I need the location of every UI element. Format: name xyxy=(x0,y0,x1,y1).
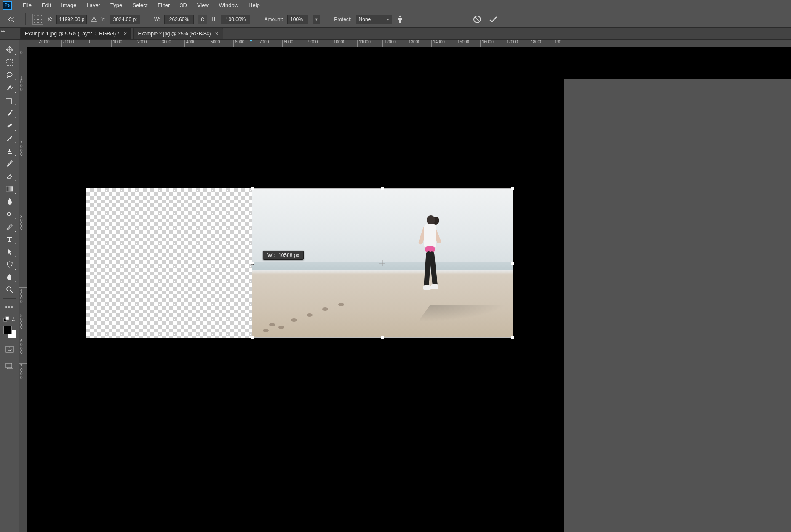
zoom-tool[interactable] xyxy=(2,284,17,296)
svg-point-6 xyxy=(11,88,12,89)
ruler-tick: 11000 xyxy=(357,40,371,47)
menu-select[interactable]: Select xyxy=(127,0,152,10)
amount-dropdown-icon[interactable]: ▼ xyxy=(313,15,320,24)
separator xyxy=(147,13,147,25)
stamp-tool[interactable] xyxy=(2,145,17,157)
h-input[interactable] xyxy=(221,15,250,24)
ruler-tick: 7000 xyxy=(19,363,27,380)
separator xyxy=(257,13,257,25)
protect-skin-icon[interactable] xyxy=(396,15,404,24)
app-logo: Ps xyxy=(3,1,12,10)
svg-point-9 xyxy=(7,212,11,216)
dimension-label: W : xyxy=(267,252,275,258)
active-tool-icon[interactable] xyxy=(6,14,19,25)
healing-tool[interactable] xyxy=(2,120,17,131)
separator xyxy=(25,13,26,25)
document-tab-label: Example 1.jpg @ 5.5% (Layer 0, RGB/8) * xyxy=(25,31,119,37)
expand-panels-icon[interactable]: ▸▸ xyxy=(1,29,5,33)
quick-mask-toggle[interactable] xyxy=(2,343,17,355)
ruler-tick: 5000 xyxy=(209,40,220,47)
y-input[interactable] xyxy=(110,15,140,24)
ruler-position-marker xyxy=(249,40,253,42)
history-brush-tool[interactable] xyxy=(2,158,17,169)
svg-point-4 xyxy=(11,86,12,86)
ruler-tick: 2000 xyxy=(19,140,27,156)
close-tab-icon[interactable]: × xyxy=(123,31,127,37)
dodge-tool[interactable] xyxy=(2,208,17,220)
pen-tool[interactable] xyxy=(2,221,17,233)
ruler-tick: 5000 xyxy=(19,313,27,329)
menu-window[interactable]: Window xyxy=(214,0,243,10)
move-tool[interactable] xyxy=(2,44,17,56)
resize-cursor-icon: ↔ xyxy=(249,261,255,267)
toolbox-divider xyxy=(3,298,16,299)
w-input[interactable] xyxy=(164,15,194,24)
close-tab-icon[interactable]: × xyxy=(215,31,218,37)
menu-layer[interactable]: Layer xyxy=(82,0,106,10)
edit-toolbar-button[interactable]: ••• xyxy=(2,301,17,313)
menu-type[interactable]: Type xyxy=(105,0,127,10)
svg-rect-14 xyxy=(6,317,9,320)
default-colors-icon[interactable] xyxy=(3,316,9,322)
path-select-tool[interactable] xyxy=(2,246,17,258)
ruler-tick: 16000 xyxy=(480,40,494,47)
swap-xy-icon[interactable] xyxy=(91,16,97,22)
ruler-tick: 14000 xyxy=(431,40,445,47)
shape-tool[interactable] xyxy=(2,259,17,270)
document-canvas[interactable]: W : 10588 px ↔ xyxy=(86,188,513,338)
crop-tool[interactable] xyxy=(2,94,17,106)
w-label: W: xyxy=(154,16,160,22)
reference-point-selector[interactable] xyxy=(32,14,43,25)
protect-select[interactable]: None ▾ xyxy=(356,15,392,24)
hand-tool[interactable] xyxy=(2,271,17,283)
document-tab[interactable]: Example 2.jpg @ 25% (RGB/8#) × xyxy=(133,27,223,39)
menu-bar: Ps File Edit Image Layer Type Select Fil… xyxy=(0,0,791,11)
menu-image[interactable]: Image xyxy=(56,0,81,10)
horizontal-ruler[interactable]: -2000 -1000 0 1000 2000 3000 4000 5000 6… xyxy=(27,40,791,47)
ruler-tick: 2000 xyxy=(136,40,147,47)
brush-tool[interactable] xyxy=(2,132,17,144)
ruler-tick: 9000 xyxy=(307,40,318,47)
amount-value: 100% xyxy=(290,16,303,22)
marquee-tool[interactable] xyxy=(2,56,17,68)
link-wh-icon[interactable] xyxy=(198,15,207,24)
y-label: Y: xyxy=(101,16,106,22)
screen-mode-toggle[interactable] xyxy=(2,360,17,372)
svg-line-2 xyxy=(475,17,479,21)
x-input[interactable] xyxy=(56,15,87,24)
commit-transform-button[interactable] xyxy=(487,13,499,25)
amount-select[interactable]: 100% xyxy=(287,15,308,24)
menu-3d[interactable]: 3D xyxy=(175,0,192,10)
gradient-tool[interactable] xyxy=(2,183,17,195)
menu-file[interactable]: File xyxy=(18,0,37,10)
eraser-tool[interactable] xyxy=(2,170,17,182)
type-tool[interactable] xyxy=(2,233,17,245)
ruler-tick: 0 xyxy=(86,40,90,47)
ruler-tick: -1000 xyxy=(61,40,74,47)
menu-filter[interactable]: Filter xyxy=(152,0,175,10)
menu-view[interactable]: View xyxy=(192,0,214,10)
smart-guide xyxy=(86,263,513,263)
runner-figure xyxy=(417,215,442,308)
document-tab[interactable]: Example 1.jpg @ 5.5% (Layer 0, RGB/8) * … xyxy=(20,27,131,39)
color-swatches[interactable] xyxy=(3,326,16,338)
foreground-color-swatch[interactable] xyxy=(3,326,12,334)
svg-rect-10 xyxy=(11,214,13,214)
ruler-tick: 3000 xyxy=(160,40,171,47)
lasso-tool[interactable] xyxy=(2,69,17,81)
chevron-down-icon: ▾ xyxy=(387,17,389,21)
svg-line-12 xyxy=(11,291,13,293)
ruler-tick: 13000 xyxy=(407,40,420,47)
right-panel-dock[interactable] xyxy=(564,79,791,532)
blur-tool[interactable] xyxy=(2,195,17,207)
eyedropper-tool[interactable] xyxy=(2,107,17,119)
cancel-transform-button[interactable] xyxy=(471,13,483,25)
swap-colors-icon[interactable] xyxy=(10,316,16,322)
ruler-tick: 8000 xyxy=(282,40,293,47)
quick-select-tool[interactable] xyxy=(2,82,17,94)
menu-edit[interactable]: Edit xyxy=(37,0,56,10)
vertical-ruler[interactable]: 0 1000 2000 3000 4000 5000 6000 7000 xyxy=(19,47,27,532)
ruler-origin[interactable] xyxy=(19,40,27,47)
menu-help[interactable]: Help xyxy=(243,0,265,10)
ruler-tick: 15000 xyxy=(456,40,469,47)
